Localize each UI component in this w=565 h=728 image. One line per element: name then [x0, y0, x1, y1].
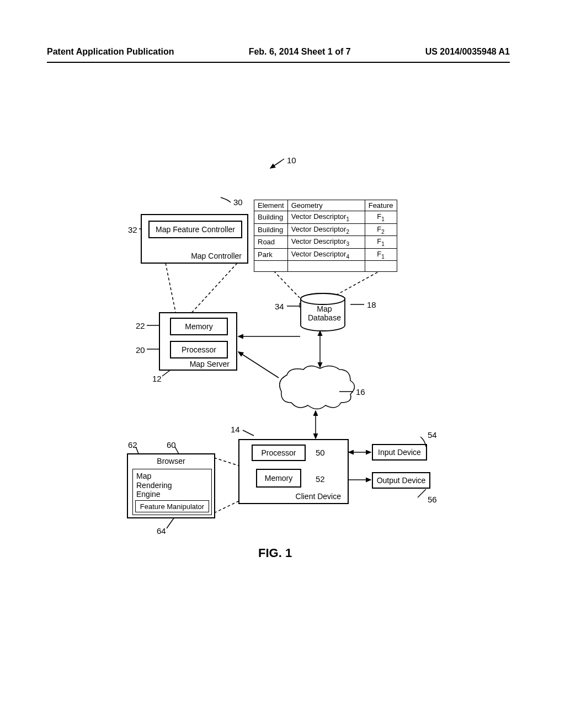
ref-18: 18: [367, 300, 376, 309]
figure-1-diagram: 10: [0, 149, 565, 579]
svg-line-11: [243, 430, 254, 436]
map-controller-label: Map Controller: [191, 251, 242, 260]
svg-line-20: [238, 352, 279, 378]
browser-label: Browser: [128, 457, 214, 465]
header-right: US 2014/0035948 A1: [425, 47, 510, 57]
ref-30: 30: [233, 197, 243, 207]
ref-16: 16: [356, 387, 365, 397]
ref-14: 14: [231, 425, 240, 434]
ref-56: 56: [428, 495, 437, 504]
ref-12: 12: [152, 374, 162, 383]
ref-64: 64: [157, 526, 166, 536]
feature-manipulator-box: Feature Manipulator: [135, 500, 209, 512]
svg-point-30: [301, 293, 345, 304]
figure-caption: FIG. 1: [258, 546, 292, 560]
table-header-row: Element Geometry Feature: [254, 200, 397, 211]
header-rule: [47, 62, 510, 63]
memory-box-client: Memory: [256, 469, 301, 488]
svg-line-2: [188, 263, 237, 317]
output-device-box: Output Device: [372, 472, 430, 489]
rendering-engine-box: Map Rendering Engine Feature Manipulator: [132, 469, 212, 515]
database-table: Element Geometry Feature Building Vector…: [254, 200, 397, 272]
client-device-label: Client Device: [296, 492, 341, 501]
table-row: [254, 261, 397, 272]
processor-box-client: Processor: [252, 445, 306, 461]
client-device-box: Processor Memory Client Device: [238, 439, 349, 504]
ref-34: 34: [275, 302, 284, 311]
ref-54: 54: [428, 430, 437, 440]
ref-32: 32: [128, 225, 137, 234]
svg-rect-27: [300, 303, 303, 307]
map-controller-box: Map Feature Controller Map Controller: [141, 214, 248, 264]
map-server-box: Memory Processor Map Server: [159, 312, 237, 371]
table-row: Road Vector Descriptor3 F1: [254, 236, 397, 249]
svg-line-14: [418, 489, 426, 497]
map-database-label: Map Database: [308, 304, 341, 322]
svg-point-29: [301, 293, 345, 304]
table-row: Building Vector Descriptor2 F2: [254, 223, 397, 236]
ref-20: 20: [136, 345, 145, 355]
ref-50: 50: [316, 448, 325, 457]
table-row: Building Vector Descriptor1 F1: [254, 211, 397, 224]
svg-line-1: [166, 263, 177, 317]
th-feature: Feature: [365, 200, 397, 211]
header-left: Patent Application Publication: [47, 47, 174, 57]
rendering-engine-label: Map Rendering Engine: [136, 472, 172, 499]
map-server-label: Map Server: [190, 360, 230, 368]
svg-line-17: [167, 517, 174, 528]
ref-62: 62: [128, 440, 137, 449]
ref-10: 10: [287, 156, 296, 165]
ref-22: 22: [136, 321, 145, 330]
input-device-box: Input Device: [372, 444, 427, 461]
table-row: Park Vector Descriptor4 F1: [254, 248, 397, 261]
ref-60: 60: [167, 440, 176, 449]
th-geometry: Geometry: [287, 200, 365, 211]
processor-box-server: Processor: [170, 341, 228, 358]
page-header: Patent Application Publication Feb. 6, 2…: [0, 47, 565, 57]
header-center: Feb. 6, 2014 Sheet 1 of 7: [249, 47, 351, 57]
ref-52: 52: [316, 474, 325, 484]
memory-box-server: Memory: [170, 318, 228, 335]
th-element: Element: [254, 200, 288, 211]
browser-box: Browser Map Rendering Engine Feature Man…: [127, 453, 215, 518]
map-feature-controller-box: Map Feature Controller: [148, 221, 242, 238]
